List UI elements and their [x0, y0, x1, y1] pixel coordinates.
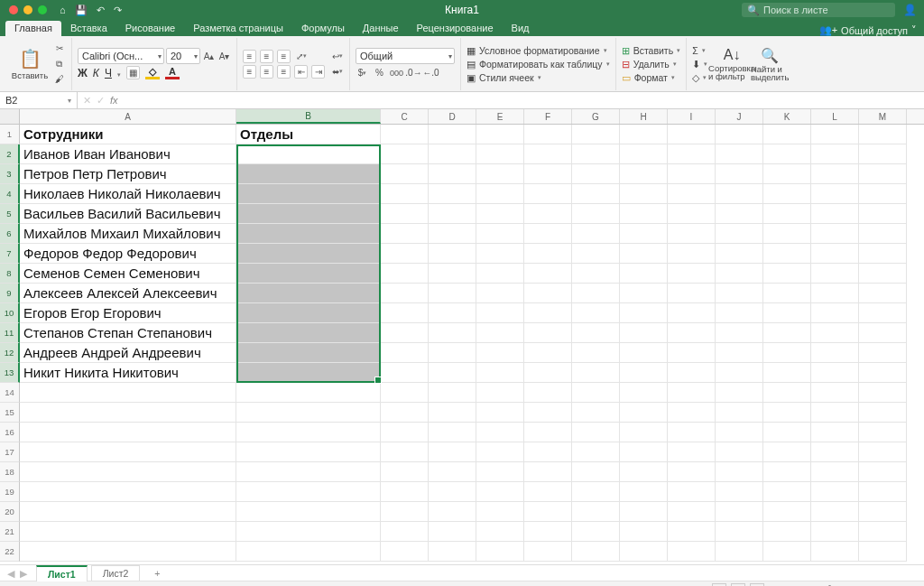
cell[interactable]: [429, 264, 476, 284]
cell[interactable]: [763, 423, 811, 442]
cell[interactable]: [668, 244, 716, 264]
sheet-prev-icon[interactable]: ◀: [7, 568, 14, 579]
cell[interactable]: [620, 125, 668, 144]
copy-icon[interactable]: ⧉: [52, 57, 66, 70]
cell[interactable]: [524, 442, 572, 462]
column-header-G[interactable]: G: [572, 109, 620, 124]
row-header[interactable]: 14: [0, 383, 20, 403]
cell[interactable]: [811, 482, 859, 502]
cell[interactable]: [572, 462, 620, 482]
tab-home[interactable]: Главная: [5, 21, 61, 36]
cell[interactable]: [476, 303, 524, 323]
cell[interactable]: [859, 244, 907, 264]
cell[interactable]: [620, 184, 668, 204]
cell[interactable]: [620, 323, 668, 343]
cell[interactable]: [668, 184, 716, 204]
tab-review[interactable]: Рецензирование: [408, 21, 503, 36]
cell[interactable]: [763, 323, 811, 343]
cell[interactable]: [381, 224, 429, 244]
cell[interactable]: [572, 423, 620, 442]
cell[interactable]: [716, 284, 763, 303]
cell[interactable]: [572, 403, 620, 423]
cell[interactable]: [572, 244, 620, 264]
cell[interactable]: [381, 284, 429, 303]
underline-button[interactable]: Ч: [105, 67, 112, 79]
cell[interactable]: [811, 204, 859, 224]
increase-font-icon[interactable]: A▴: [202, 50, 216, 63]
cell[interactable]: [476, 403, 524, 423]
cell[interactable]: [859, 482, 907, 502]
row-header[interactable]: 4: [0, 184, 20, 204]
cell[interactable]: [811, 323, 859, 343]
cell[interactable]: [859, 363, 907, 383]
cell[interactable]: [716, 383, 763, 403]
cell[interactable]: [381, 383, 429, 403]
cell[interactable]: [476, 244, 524, 264]
fill-down-icon[interactable]: ⬇: [692, 59, 707, 70]
paste-button[interactable]: 📋 Вставить: [11, 48, 49, 80]
cell[interactable]: [763, 284, 811, 303]
cell[interactable]: Степанов Степан Степанович: [20, 323, 236, 343]
cell[interactable]: [524, 403, 572, 423]
cell[interactable]: [811, 343, 859, 363]
cell[interactable]: Петров Петр Петрович: [20, 164, 236, 184]
cell[interactable]: [620, 204, 668, 224]
cell[interactable]: [236, 323, 381, 343]
cell[interactable]: [859, 442, 907, 462]
cell[interactable]: [381, 363, 429, 383]
cell[interactable]: [859, 403, 907, 423]
borders-button[interactable]: ▦: [126, 66, 140, 79]
cell[interactable]: [524, 522, 572, 542]
orientation-icon[interactable]: ⤢: [294, 50, 308, 63]
cell[interactable]: [524, 164, 572, 184]
cell[interactable]: [572, 144, 620, 164]
grid-rows[interactable]: 1СотрудникиОтделы2Иванов Иван Иванович3П…: [0, 125, 924, 564]
cell[interactable]: [381, 423, 429, 442]
cell[interactable]: [859, 462, 907, 482]
cell[interactable]: [763, 164, 811, 184]
cell[interactable]: [620, 403, 668, 423]
cell[interactable]: [381, 442, 429, 462]
cell[interactable]: [859, 383, 907, 403]
cell[interactable]: [524, 462, 572, 482]
cell[interactable]: [20, 383, 236, 403]
cell[interactable]: [668, 284, 716, 303]
cell[interactable]: [524, 542, 572, 562]
row-header[interactable]: 15: [0, 403, 20, 423]
font-color-button[interactable]: A: [165, 67, 180, 79]
cell[interactable]: [236, 204, 381, 224]
percent-icon[interactable]: %: [373, 66, 386, 79]
cell[interactable]: [811, 184, 859, 204]
wrap-text-icon[interactable]: ↩: [330, 50, 344, 63]
cell[interactable]: [572, 522, 620, 542]
column-header-A[interactable]: A: [20, 109, 236, 124]
cell[interactable]: [429, 303, 476, 323]
home-icon[interactable]: ⌂: [60, 5, 66, 15]
cell[interactable]: [524, 383, 572, 403]
cell[interactable]: [668, 164, 716, 184]
increase-indent-icon[interactable]: ⇥: [311, 65, 325, 79]
cell[interactable]: [620, 343, 668, 363]
cell[interactable]: [236, 144, 381, 164]
find-select-button[interactable]: 🔍 Найти и выделить: [751, 47, 789, 81]
cell[interactable]: [381, 323, 429, 343]
cell[interactable]: [620, 264, 668, 284]
column-header-D[interactable]: D: [429, 109, 476, 124]
cell[interactable]: [620, 423, 668, 442]
cell[interactable]: [476, 125, 524, 144]
conditional-formatting-button[interactable]: ▦Условное форматирование: [467, 45, 610, 56]
cell[interactable]: [716, 542, 763, 562]
decrease-indent-icon[interactable]: ⇤: [294, 65, 308, 79]
column-header-H[interactable]: H: [620, 109, 668, 124]
format-cells-button[interactable]: ▭Формат: [622, 72, 681, 83]
cell[interactable]: [429, 383, 476, 403]
cell[interactable]: [572, 164, 620, 184]
cell[interactable]: [572, 284, 620, 303]
cell[interactable]: [668, 323, 716, 343]
cell[interactable]: [859, 144, 907, 164]
cell[interactable]: [859, 303, 907, 323]
delete-cells-button[interactable]: ⊟Удалить: [622, 59, 681, 70]
cell[interactable]: Отделы: [236, 125, 381, 144]
cell[interactable]: [716, 423, 763, 442]
cell[interactable]: [476, 383, 524, 403]
